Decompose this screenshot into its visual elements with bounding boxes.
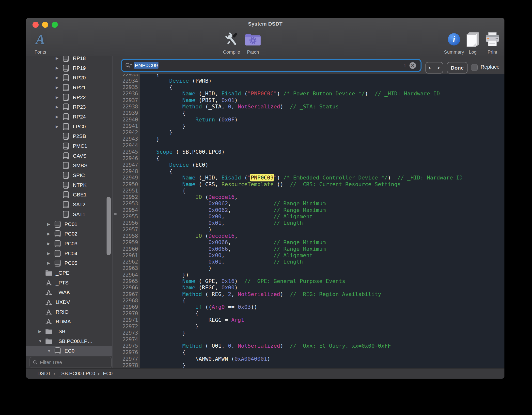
print-button[interactable]: Print (479, 31, 504, 55)
code-line: Name (_HID, EisaId ("PNP0C09") /* Embedd… (143, 175, 463, 181)
sidebar-item-pc02[interactable]: ▶PC02 (26, 229, 112, 239)
code-line: { (143, 349, 463, 356)
sidebar-item-pc05[interactable]: ▶PC05 (26, 258, 112, 268)
sidebar-item-rp19[interactable]: ▶RP19 (26, 63, 112, 73)
device-icon (62, 84, 70, 91)
pane-splitter[interactable] (112, 74, 118, 368)
sidebar-item-pc04[interactable]: ▶PC04 (26, 249, 112, 258)
disclosure-triangle-icon[interactable]: ▶ (47, 251, 54, 256)
line-number: 22941 (123, 123, 138, 129)
disclosure-triangle-icon[interactable]: ▶ (56, 95, 62, 100)
sidebar-item-rdma[interactable]: RDMA (26, 317, 112, 327)
breadcrumb-item-dsdt[interactable]: DSDT (37, 371, 51, 376)
disclosure-triangle-icon[interactable]: ▶ (47, 261, 54, 265)
sidebar-item-gpe[interactable]: _GPE (26, 268, 112, 278)
sidebar-item-label: _WAK (56, 289, 70, 295)
sidebar-item-uxdv[interactable]: UXDV (26, 297, 112, 307)
sidebar-item-gbe1[interactable]: GBE1 (26, 190, 112, 200)
sidebar-scrollbar[interactable] (107, 197, 111, 255)
next-match-button[interactable]: > (434, 62, 443, 73)
code-line: { (143, 168, 463, 175)
disclosure-triangle-icon[interactable]: ▶ (56, 56, 62, 60)
line-number: 22934 (123, 78, 138, 84)
line-number: 22967 (123, 291, 138, 297)
disclosure-triangle-icon[interactable]: ▶ (56, 105, 62, 109)
source-lines: { Device (PWRB) { Name (_HID, EisaId ("P… (143, 74, 463, 368)
replace-checkbox[interactable] (471, 64, 478, 71)
sidebar-item-rp20[interactable]: ▶RP20 (26, 73, 112, 83)
disclosure-triangle-icon[interactable]: ▶ (47, 232, 54, 236)
device-icon (54, 240, 62, 248)
code-line: 0x01, // Length (143, 220, 463, 226)
method-icon (45, 308, 53, 316)
search-icon (125, 62, 132, 68)
sidebar-item-smbs[interactable]: SMBS (26, 161, 112, 171)
sidebar-item-ntpk[interactable]: NTPK (26, 180, 112, 190)
code-line: Name (PBST, 0x01) (143, 97, 463, 104)
sidebar-item-sb[interactable]: ▶_SB (26, 326, 112, 336)
disclosure-triangle-icon[interactable]: ▼ (38, 339, 45, 343)
breadcrumb: DSDT▸_SB.PC00.LPC0▸EC0 (26, 368, 504, 379)
line-number: 22970 (123, 310, 138, 317)
previous-match-button[interactable]: < (426, 62, 434, 73)
clear-search-icon[interactable]: ✕ (409, 62, 416, 69)
sidebar-item-p2sb[interactable]: P2SB (26, 132, 112, 141)
line-number: 22965 (123, 278, 138, 284)
sidebar-item-sat1[interactable]: SAT1 (26, 209, 112, 219)
sidebar-item-rp24[interactable]: ▶RP24 (26, 112, 112, 122)
disclosure-triangle-icon[interactable]: ▶ (38, 329, 45, 334)
code-line: { (143, 155, 463, 162)
sidebar-item-pc01[interactable]: ▶PC01 (26, 219, 112, 229)
disclosure-triangle-icon[interactable]: ▶ (47, 222, 54, 226)
sidebar-item-wak[interactable]: _WAK (26, 288, 112, 297)
breadcrumb-item-sbpc00lpc0[interactable]: _SB.PC00.LPC0 (59, 371, 95, 376)
sidebar-item-label: SAT1 (73, 211, 85, 217)
line-number: 22972 (123, 323, 138, 330)
sidebar-item-rrio[interactable]: RRIO (26, 307, 112, 317)
patch-icon (239, 31, 266, 48)
code-line: 0x00, // Alignment (143, 213, 463, 220)
disclosure-triangle-icon[interactable]: ▶ (47, 241, 54, 246)
sidebar-item-pts[interactable]: _PTS (26, 278, 112, 288)
sidebar-item-pc03[interactable]: ▶PC03 (26, 239, 112, 249)
sidebar-item-label: _GPE (56, 270, 69, 276)
disclosure-triangle-icon[interactable]: ▼ (47, 349, 54, 353)
filter-tree-input[interactable]: Filter Tree (30, 357, 112, 368)
code-line: } (143, 330, 463, 336)
line-number: 22954 (123, 207, 138, 213)
sidebar-item-label: PC05 (64, 260, 78, 266)
done-button[interactable]: Done (447, 62, 468, 74)
line-number: 22966 (123, 284, 138, 291)
disclosure-triangle-icon[interactable]: ▶ (56, 66, 62, 70)
line-number: 22952 (123, 194, 138, 200)
sidebar-item-pmc1[interactable]: PMC1 (26, 141, 112, 151)
source-editor[interactable]: { Device (PWRB) { Name (_HID, EisaId ("P… (140, 74, 504, 368)
sidebar-item-sbpc00lp[interactable]: ▼_SB.PC00.LP… (26, 336, 112, 346)
search-input[interactable]: PNP0C09 1 ✕ (121, 59, 422, 72)
breadcrumb-item-ec0[interactable]: EC0 (103, 371, 113, 376)
sidebar-item-rp22[interactable]: ▶RP22 (26, 92, 112, 102)
code-line: Name (_CRS, ResourceTemplate () // _CRS:… (143, 181, 463, 188)
disclosure-triangle-icon[interactable]: ▶ (56, 75, 62, 80)
sidebar-item-sat2[interactable]: SAT2 (26, 200, 112, 209)
patch-button[interactable]: Patch (239, 31, 266, 55)
disclosure-triangle-icon[interactable]: ▶ (56, 124, 62, 129)
device-icon (54, 259, 62, 267)
sidebar-item-cavs[interactable]: CAVS (26, 151, 112, 161)
line-number: 22968 (123, 297, 138, 304)
sidebar-item-rp21[interactable]: ▶RP21 (26, 83, 112, 92)
folder-icon (45, 338, 53, 345)
fonts-button[interactable]: A Fonts (27, 31, 54, 55)
code-line: 0x0066, // Range Maximum (143, 246, 463, 252)
code-line: Device (EC0) (143, 162, 463, 168)
sidebar-item-spic[interactable]: SPIC (26, 170, 112, 180)
sidebar-item-rp23[interactable]: ▶RP23 (26, 102, 112, 112)
disclosure-triangle-icon[interactable]: ▶ (56, 85, 62, 90)
fonts-label: Fonts (27, 49, 54, 55)
code-line: ) (143, 226, 463, 233)
sidebar-item-rp18[interactable]: ▶RP18 (26, 56, 112, 63)
sidebar-item-lpc0[interactable]: ▶LPC0 (26, 122, 112, 132)
code-area: 2293322934229352293622937229382293922940… (112, 74, 504, 368)
sidebar-item-ec0[interactable]: ▼EC0 (26, 346, 112, 356)
disclosure-triangle-icon[interactable]: ▶ (56, 115, 62, 119)
